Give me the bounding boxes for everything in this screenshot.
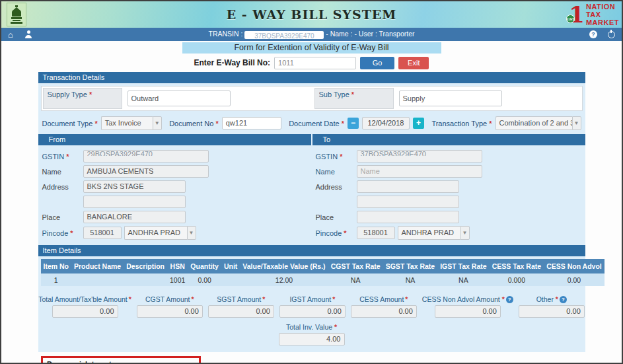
- ewb-number-input[interactable]: 1011: [274, 57, 356, 69]
- transin-value-redacted: 37BQSPA3929E470: [244, 31, 324, 39]
- sub-type-value[interactable]: Supply: [399, 91, 502, 106]
- total-inv-value-label: Total Inv. Value: [275, 323, 348, 331]
- to-place-input[interactable]: [357, 211, 459, 223]
- sgst-amount-input[interactable]: 0.00: [208, 305, 274, 318]
- from-place-input[interactable]: BANGALORE: [83, 211, 186, 223]
- ewb-number-label: Enter E-Way Bill No:: [194, 58, 271, 67]
- help-icon[interactable]: [560, 296, 567, 303]
- content: Form for Extention of Validity of E-Way …: [1, 41, 622, 364]
- from-gstin-label: GSTIN: [42, 153, 83, 161]
- from-place-label: Place: [42, 213, 83, 221]
- document-row: Document Type Tax Invoice ▼ Document No …: [38, 111, 585, 134]
- to-pincode-input[interactable]: 518001: [357, 227, 395, 239]
- from-pincode-label: Pincode: [42, 229, 83, 237]
- from-pincode-input[interactable]: 518001: [83, 227, 122, 239]
- from-address-label: Address: [42, 183, 83, 191]
- igst-amount-label: IGST Amount: [289, 295, 335, 303]
- document-date-label: Document Date: [289, 120, 344, 127]
- total-inv-value-input[interactable]: 4.00: [279, 333, 345, 346]
- table-row: 1 1001 0.00 12.00 NA NA NA 0.000 0.00: [41, 273, 605, 286]
- power-icon[interactable]: [608, 31, 615, 38]
- brand-text: NATION TAX MARKET: [586, 3, 619, 26]
- amounts-row: Total Amount/Tax'ble Amount 0.00 CGST Am…: [38, 295, 585, 318]
- total-amount-input[interactable]: 0.00: [52, 305, 118, 318]
- transaction-type-label: Transaction Type: [431, 120, 492, 127]
- cess-amount-label: CESS Amount: [359, 295, 408, 303]
- document-type-label: Document Type: [42, 120, 98, 127]
- to-state-select[interactable]: ANDHRA PRAD ▼: [398, 226, 470, 240]
- from-gstin-input[interactable]: 29BQSPA3929E470: [83, 150, 209, 163]
- chevron-down-icon: ▼: [460, 226, 470, 240]
- chevron-down-icon: ▼: [572, 116, 581, 130]
- cgst-amount-label: CGST Amount: [145, 295, 194, 303]
- supply-type-row: Supply Type Outward Sub Type Supply: [41, 86, 583, 111]
- section-item-details: Item Details: [38, 245, 585, 256]
- item-table-header: Item No Product Name Description HSN Qua…: [41, 259, 605, 273]
- form-title: Form for Extention of Validity of E-Way …: [182, 42, 441, 54]
- sub-type-label: Sub Type: [314, 88, 394, 109]
- to-gstin-label: GSTIN: [316, 153, 357, 161]
- cess-non-advol-input[interactable]: 0.00: [435, 305, 501, 318]
- session-info: TRANSIN : 37BQSPA3929E470 - Name : - Use…: [1, 30, 622, 38]
- chevron-down-icon: ▼: [187, 226, 196, 240]
- to-place-label: Place: [316, 213, 357, 221]
- from-name-label: Name: [42, 168, 83, 176]
- igst-amount-input[interactable]: 0.00: [279, 305, 346, 318]
- session-suffix: - Name : - User : Transporter: [326, 30, 414, 38]
- date-decrement-button[interactable]: −: [348, 118, 359, 129]
- from-state-select[interactable]: ANDHRA PRAD ▼: [124, 226, 196, 240]
- to-address1-input[interactable]: [357, 180, 459, 193]
- section-transaction-details: Transaction Details: [38, 72, 585, 83]
- other-amount-label: Other: [536, 295, 558, 303]
- go-button[interactable]: Go: [360, 57, 394, 69]
- supply-type-label: Supply Type: [43, 88, 122, 109]
- item-details-table: Item No Product Name Description HSN Qua…: [41, 259, 605, 286]
- cess-amount-input[interactable]: 0.00: [351, 305, 417, 318]
- navbar: ⌂ TRANSIN : 37BQSPA3929E470 - Name : - U…: [1, 28, 622, 41]
- document-date-input[interactable]: 12/04/2018: [362, 117, 410, 129]
- from-name-input[interactable]: AMBUJA CEMENTS: [83, 165, 209, 178]
- eway-bill-page: E - WAY BILL SYSTEM 1 GST NATION TAX MAR…: [0, 0, 623, 364]
- exit-button[interactable]: Exit: [398, 57, 429, 69]
- masthead: E - WAY BILL SYSTEM 1 GST NATION TAX MAR…: [1, 1, 622, 28]
- transaction-type-select[interactable]: Combination of 2 and 3 ▼: [495, 116, 581, 130]
- section-to: To: [312, 134, 585, 145]
- sgst-amount-label: SGST Amount: [217, 295, 265, 303]
- to-name-label: Name: [316, 168, 357, 176]
- app-title: E - WAY BILL SYSTEM: [1, 7, 622, 22]
- extension-question-text: Do you wish to get Extension for this EW…: [47, 360, 131, 364]
- other-amount-input[interactable]: 0.00: [519, 305, 585, 318]
- to-pincode-label: Pincode: [316, 229, 357, 237]
- extension-question-box: Do you wish to get Extension for this EW…: [41, 356, 201, 364]
- redaction-overlay: [299, 59, 353, 67]
- form-panel: Transaction Details Supply Type Outward …: [38, 72, 585, 352]
- help-icon[interactable]: ?: [589, 30, 597, 38]
- from-block: GSTIN 29BQSPA3929E470 Name AMBUJA CEMENT…: [38, 145, 312, 245]
- gst-badge: GST: [566, 15, 575, 23]
- date-increment-button[interactable]: +: [413, 118, 424, 129]
- from-address1-input[interactable]: BKS 2NS STAGE: [83, 180, 186, 193]
- to-address-label: Address: [316, 183, 357, 191]
- chevron-down-icon: ▼: [153, 116, 162, 130]
- total-amount-label: Total Amount/Tax'ble Amount: [38, 295, 131, 303]
- supply-type-value[interactable]: Outward: [128, 91, 231, 106]
- document-no-label: Document No: [169, 120, 219, 127]
- document-no-input[interactable]: qw121: [222, 117, 281, 129]
- to-address2-input[interactable]: [357, 196, 459, 208]
- cgst-amount-input[interactable]: 0.00: [137, 305, 203, 318]
- document-type-select[interactable]: Tax Invoice ▼: [101, 116, 162, 130]
- section-from: From: [38, 134, 311, 145]
- to-name-input[interactable]: Name: [357, 165, 482, 178]
- one-nation-tax-market-logo: 1 GST NATION TAX MARKET: [569, 1, 619, 28]
- help-icon[interactable]: [506, 296, 513, 303]
- cess-non-advol-label: CESS Non Advol Amount: [422, 295, 505, 303]
- to-gstin-input[interactable]: 37BQSPA3929E470: [357, 150, 482, 163]
- to-block: GSTIN 37BQSPA3929E470 Name Name Address: [312, 145, 585, 245]
- from-address2-input[interactable]: [83, 196, 186, 208]
- transin-label: TRANSIN :: [209, 30, 243, 38]
- ewb-number-row: Enter E-Way Bill No: 1011 Go Exit: [1, 55, 622, 71]
